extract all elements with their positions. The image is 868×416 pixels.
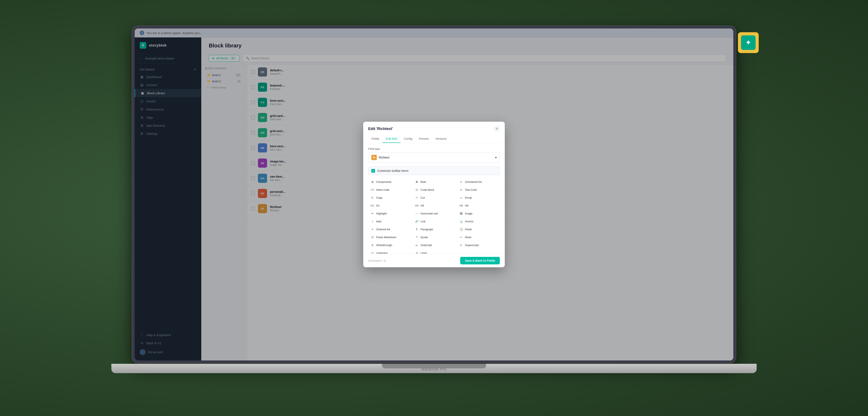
macbook-frame: ✦ i You are in a demo space. Anytime you… bbox=[101, 26, 767, 390]
toolbar-item-inline-code[interactable]: </> Inline-code bbox=[368, 186, 411, 193]
toolbar-item-label: Highlight bbox=[376, 212, 387, 215]
field-type-value: Richtext bbox=[379, 156, 390, 159]
edit-richtext-dialog: Edit 'Richtext' × Fields Edit field Conf… bbox=[363, 122, 505, 267]
toolbar-item-bold[interactable]: B Bold bbox=[412, 178, 455, 185]
toolbar-item-label: Underline bbox=[376, 252, 388, 254]
shortcut-hint: Command + S bbox=[368, 259, 385, 262]
toolbar-item-horizontal-rule[interactable]: — Horizontal rule bbox=[412, 210, 455, 217]
macbook-screen: i You are in a demo space. Anytime you..… bbox=[132, 26, 736, 363]
quote-icon: ❝ bbox=[415, 235, 419, 239]
toolbar-item-unordered-list[interactable]: ≡ Unordered list bbox=[457, 178, 500, 185]
dialog-close-button[interactable]: × bbox=[494, 126, 500, 132]
dialog-body: Field type Ri Richtext ▾ ✓ Customize too… bbox=[363, 143, 505, 254]
dialog-header: Edit 'Richtext' × bbox=[363, 122, 505, 132]
richtext-type-icon: Ri bbox=[371, 155, 377, 160]
toolbar-item-h1[interactable]: H1 H1 bbox=[368, 202, 411, 209]
toolbar-item-label: Inline-code bbox=[376, 188, 390, 191]
save-back-to-fields-button[interactable]: Save & Back to Fields bbox=[460, 257, 500, 264]
toolbar-item-label: Undo bbox=[421, 252, 427, 254]
emoji-icon: ☺ bbox=[459, 195, 463, 200]
toolbar-item-subscript[interactable]: x₁ Subscript bbox=[412, 242, 455, 249]
toolbar-item-h6[interactable]: H6 H6 bbox=[457, 202, 500, 209]
tab-fields[interactable]: Fields bbox=[368, 135, 382, 143]
toolbar-item-highlight[interactable]: ✏ Highlight bbox=[368, 210, 411, 217]
toolbar-item-anchor[interactable]: ⚓ Anchor bbox=[457, 218, 500, 225]
h1-icon: H1 bbox=[370, 203, 374, 207]
toolbar-item-underline[interactable]: U Underline bbox=[368, 249, 411, 254]
toolbar-item-paragraph[interactable]: ¶ Paragraph bbox=[412, 226, 455, 233]
toolbar-item-components[interactable]: ⊞ Components bbox=[368, 178, 411, 185]
toolbar-item-label: Code-block bbox=[421, 188, 434, 191]
tab-presets[interactable]: Presets bbox=[416, 135, 432, 143]
copy-icon: ⎘ bbox=[370, 195, 374, 200]
chevron-down-icon: ▾ bbox=[495, 156, 497, 159]
toolbar-items-grid: ⊞ Components B Bold ≡ Unordered list bbox=[368, 178, 500, 254]
strikethrough-icon: S bbox=[370, 243, 374, 247]
subscript-icon: x₁ bbox=[415, 243, 419, 247]
toolbar-item-image[interactable]: 🖼 Image bbox=[457, 210, 500, 217]
customize-toolbar-checkbox[interactable]: ✓ bbox=[371, 169, 375, 173]
toolbar-item-copy[interactable]: ⎘ Copy bbox=[368, 194, 411, 201]
toolbar-item-ordered-list[interactable]: ≡ Ordered list bbox=[368, 226, 411, 233]
toolbar-item-h5[interactable]: H5 H5 bbox=[412, 202, 455, 209]
toolbar-item-label: Emoji bbox=[465, 196, 472, 199]
toolbar-item-undo[interactable]: ↺ Undo bbox=[412, 249, 455, 254]
toolbar-item-label: H6 bbox=[465, 204, 469, 207]
tab-versions[interactable]: Versions bbox=[432, 135, 450, 143]
toolbar-item-strikethrough[interactable]: S Strikethrough bbox=[368, 242, 411, 249]
redo-icon: ↩ bbox=[459, 235, 463, 239]
toolbar-item-label: Italic bbox=[376, 220, 382, 223]
toolbar-item-label: Horizontal rule bbox=[421, 212, 438, 215]
toolbar-item-label: Paste Markdown bbox=[376, 236, 396, 239]
toolbar-item-label: Redo bbox=[465, 236, 471, 239]
dialog-footer: Command + S Save & Back to Fields bbox=[363, 254, 505, 267]
customize-toolbar-row[interactable]: ✓ Customize toolbar items bbox=[368, 167, 500, 175]
image-icon: 🖼 bbox=[459, 211, 463, 216]
toolbar-item-label: Subscript bbox=[421, 244, 432, 247]
toolbar-item-superscript[interactable]: x¹ Superscript bbox=[457, 242, 500, 249]
top-badge: ✦ bbox=[738, 32, 759, 53]
toolbar-item-italic[interactable]: I Italic bbox=[368, 218, 411, 225]
field-type-select[interactable]: Ri Richtext ▾ bbox=[368, 153, 500, 162]
field-type-label: Field type bbox=[368, 147, 500, 150]
underline-icon: U bbox=[370, 251, 374, 254]
toolbar-item-label: Bold bbox=[421, 180, 426, 184]
toolbar-item-quote[interactable]: ❝ Quote bbox=[412, 233, 455, 241]
toolbar-item-label: H1 bbox=[376, 204, 380, 207]
toolbar-item-cut[interactable]: ✂ Cut bbox=[412, 194, 455, 201]
toolbar-item-emoji[interactable]: ☺ Emoji bbox=[457, 194, 500, 201]
superscript-icon: x¹ bbox=[459, 243, 463, 247]
unordered-list-icon: ≡ bbox=[459, 180, 463, 184]
components-icon: ⊞ bbox=[370, 180, 374, 184]
toolbar-item-label: Anchor bbox=[465, 220, 473, 223]
toolbar-item-label: Cut bbox=[421, 196, 425, 199]
undo-icon: ↺ bbox=[415, 251, 419, 254]
paste-markdown-icon: ⊡ bbox=[370, 235, 374, 239]
tab-config[interactable]: Config bbox=[401, 135, 415, 143]
text-color-icon: A bbox=[459, 188, 463, 192]
toolbar-item-code-block[interactable]: ⊡ Code-block bbox=[412, 186, 455, 193]
macbook-base: MacBook Pro bbox=[111, 364, 757, 373]
macbook-label: MacBook Pro bbox=[422, 367, 446, 372]
toolbar-item-link[interactable]: 🔗 Link bbox=[412, 218, 455, 225]
toolbar-item-label: Paragraph bbox=[421, 228, 433, 231]
h6-icon: H6 bbox=[459, 203, 463, 207]
toolbar-item-label: Strikethrough bbox=[376, 244, 392, 247]
toolbar-item-paste[interactable]: 📋 Paste bbox=[457, 226, 500, 233]
toolbar-item-text-color[interactable]: A Text Color bbox=[457, 186, 500, 193]
toolbar-item-redo[interactable]: ↩ Redo bbox=[457, 233, 500, 241]
italic-icon: I bbox=[370, 219, 374, 223]
dialog-tabs: Fields Edit field Config Presets Version… bbox=[363, 135, 505, 143]
toolbar-item-label: Quote bbox=[421, 236, 428, 239]
toolbar-item-paste-markdown[interactable]: ⊡ Paste Markdown bbox=[368, 233, 411, 241]
toolbar-item-label: H5 bbox=[421, 204, 424, 207]
h5-icon: H5 bbox=[415, 203, 419, 207]
tab-edit-field[interactable]: Edit field bbox=[382, 135, 401, 143]
customize-toolbar-label: Customize toolbar items bbox=[377, 169, 408, 172]
dialog-overlay: Edit 'Richtext' × Fields Edit field Conf… bbox=[135, 29, 733, 360]
horizontal-rule-icon: — bbox=[415, 211, 419, 216]
highlight-icon: ✏ bbox=[370, 211, 374, 216]
code-block-icon: ⊡ bbox=[415, 188, 419, 192]
bold-icon: B bbox=[415, 180, 419, 184]
link-icon: 🔗 bbox=[415, 219, 419, 223]
